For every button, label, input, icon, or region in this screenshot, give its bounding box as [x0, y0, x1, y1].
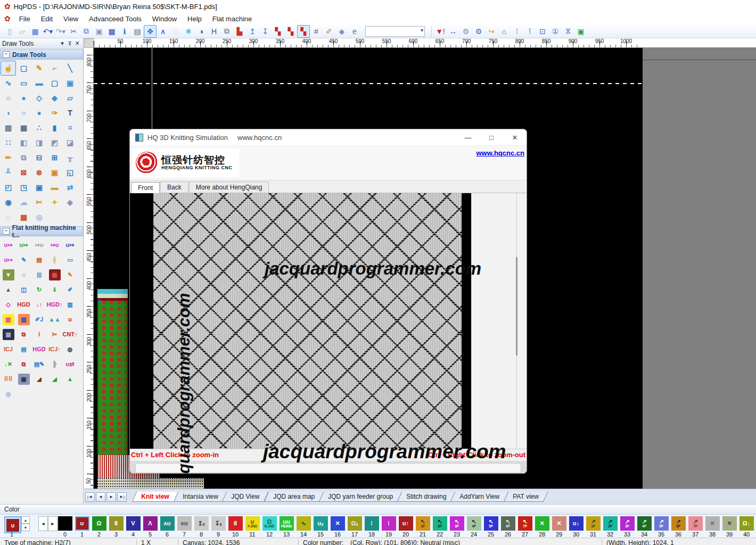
toolbar-button[interactable]: ⧖	[562, 25, 574, 38]
maximize-button[interactable]: □	[480, 134, 503, 142]
machine-tool-icon[interactable]: ⠿⠿	[1, 371, 16, 386]
view-tab[interactable]: Stitch drawing	[397, 492, 455, 502]
color-swatch[interactable]: ✕ 38	[704, 515, 721, 538]
draw-tool-icon[interactable]: ∷	[1, 135, 16, 150]
toolbar-button[interactable]: ↷▾	[54, 25, 67, 38]
machine-tool-icon[interactable]: ▲	[62, 371, 78, 386]
view-tab[interactable]: Knit view	[132, 492, 178, 502]
draw-tool-icon[interactable]: ◪	[62, 135, 78, 150]
draw-tool-icon[interactable]: ⌐	[47, 61, 62, 76]
view-tab[interactable]: PAT view	[504, 492, 548, 502]
machine-tool-icon[interactable]: ⇓	[47, 282, 62, 297]
draw-tool-icon[interactable]: ✑	[47, 105, 62, 120]
toolbar-button[interactable]: ①	[549, 25, 562, 38]
color-swatch[interactable]: ↗2P 32	[602, 515, 619, 538]
toolbar-button[interactable]: ▯	[3, 25, 16, 38]
machine-tool-icon[interactable]: ✐	[62, 282, 78, 297]
draw-tool-icon[interactable]: ╨	[1, 165, 16, 180]
toolbar-button[interactable]: ⧉	[80, 25, 93, 38]
tab-nav-button[interactable]: |◄	[85, 492, 95, 502]
color-swatch[interactable]: ↖2P 22	[431, 515, 448, 538]
menu-item[interactable]: File	[14, 14, 36, 24]
toolbar-button[interactable]: ⚙	[472, 25, 485, 38]
color-swatch[interactable]: ΩB-2ND 12	[261, 515, 278, 538]
draw-tool-icon[interactable]: ●	[16, 90, 31, 105]
machine-tool-icon[interactable]: ⊨	[47, 327, 62, 342]
view-tab[interactable]: JQD area map	[264, 492, 323, 502]
spin-down-button[interactable]: ▼	[21, 524, 30, 531]
color-swatch[interactable]: 0	[56, 515, 73, 538]
menu-item[interactable]: Advanceed Tools	[84, 14, 147, 24]
machine-tool-icon[interactable]: ▤	[16, 342, 31, 357]
draw-tool-icon[interactable]: ⊞	[47, 150, 62, 165]
menu-item[interactable]: Help	[182, 14, 207, 24]
color-swatch[interactable]: Λ 5	[142, 515, 159, 538]
draw-tool-icon[interactable]: ✏	[1, 150, 16, 165]
machine-tool-icon[interactable]: ◍	[62, 342, 78, 357]
draw-tool-icon[interactable]: ▬	[31, 76, 47, 90]
draw-tool-icon[interactable]: ▣	[31, 180, 47, 195]
tab-nav-button[interactable]: ►|	[117, 492, 127, 502]
spin-up-button[interactable]: ▲	[21, 516, 30, 524]
draw-tool-icon[interactable]: ◰	[1, 180, 16, 195]
color-swatch[interactable]: ↗5P 35	[653, 515, 670, 538]
toolbar-button[interactable]: ∧	[157, 25, 169, 38]
close-button[interactable]: ✕	[503, 134, 527, 142]
toolbar-combobox[interactable]	[365, 26, 425, 37]
draw-tool-icon[interactable]: T	[62, 105, 78, 120]
machine-tool-icon[interactable]: ▩	[1, 327, 16, 342]
draw-tool-icon[interactable]: ✂	[31, 195, 47, 210]
toolbar-button[interactable]: ↧	[259, 25, 272, 38]
color-swatch[interactable]: ↖4P 24	[465, 515, 482, 538]
color-swatch[interactable]: Ωₓ 17	[346, 515, 363, 538]
draw-tools-group-header[interactable]: − Draw Tools	[0, 49, 83, 60]
machine-tool-icon[interactable]: ✎	[62, 267, 78, 282]
machine-tool-icon[interactable]: ╫	[47, 252, 62, 267]
toolbar-button[interactable]: ◑	[195, 25, 208, 38]
machine-tool-icon[interactable]: ▤✎	[31, 357, 47, 371]
color-swatch[interactable]: 8 3	[108, 515, 125, 538]
machine-tool-icon[interactable]: ▥	[16, 312, 31, 327]
draw-tool-icon[interactable]: ◆	[47, 90, 62, 105]
color-swatch[interactable]: ʊ 1	[73, 515, 91, 538]
machine-tool-icon[interactable]: ✎	[16, 252, 31, 267]
toolbar-button[interactable]: #	[310, 25, 323, 38]
machine-tool-icon[interactable]: I	[31, 327, 47, 342]
machine-tool-icon[interactable]: ╠	[47, 357, 62, 371]
draw-tool-icon[interactable]: ╥	[62, 150, 78, 165]
menu-item[interactable]: Edit	[36, 14, 58, 24]
machine-tool-icon[interactable]: ʊ⇄	[62, 357, 78, 371]
toolbar-button[interactable]: ▤	[131, 25, 144, 38]
machine-tool-icon[interactable]: ▲	[1, 282, 16, 297]
draw-tool-icon[interactable]: ◨	[31, 135, 47, 150]
color-swatch[interactable]: ↖3P 23	[448, 515, 465, 538]
color-swatch[interactable]: ↗3P 33	[619, 515, 636, 538]
color-swatch[interactable]: ↖6P 26	[499, 515, 516, 538]
dock-close-icon[interactable]: ✕	[73, 40, 81, 47]
menu-item[interactable]: View	[58, 14, 84, 24]
draw-tool-icon[interactable]: ☁	[16, 195, 31, 210]
toolbar-button[interactable]: ◆	[335, 25, 348, 38]
color-swatch[interactable]: vʊ 7	[176, 515, 193, 538]
color-swatch[interactable]: ↗6P 36	[670, 515, 687, 538]
toolbar-button[interactable]: ▦	[29, 25, 42, 38]
machine-tool-icon[interactable]: ◇	[1, 297, 16, 312]
draw-tool-icon[interactable]: ▣	[47, 165, 62, 180]
draw-tool-icon[interactable]: ╲	[62, 61, 78, 76]
color-swatch[interactable]: ʊ↑ 20	[397, 515, 414, 538]
color-swatch[interactable]: ↗7P 37	[687, 515, 704, 538]
toolbar-button[interactable]: ▱	[16, 25, 29, 38]
color-swatch[interactable]: ʊ↓ 30	[568, 515, 585, 538]
toolbar-button[interactable]: ↪	[485, 25, 498, 38]
toolbar-button[interactable]: ↔	[447, 25, 459, 38]
color-swatch[interactable]: ✕ 29	[550, 515, 568, 538]
color-swatch[interactable]: ʊₓ 15	[312, 515, 329, 538]
dialog-tab[interactable]: More about HengQiang	[189, 181, 269, 193]
draw-tool-icon[interactable]: ▥	[1, 120, 16, 135]
menu-item[interactable]: Window	[147, 14, 182, 24]
toolbar-button[interactable]: ✂	[67, 25, 80, 38]
draw-tool-icon[interactable]: ◉	[1, 195, 16, 210]
color-swatch[interactable]: ↖7P 27	[516, 515, 533, 538]
draw-tool-icon[interactable]: ▱	[62, 90, 78, 105]
draw-tool-icon[interactable]: ∴	[31, 120, 47, 135]
